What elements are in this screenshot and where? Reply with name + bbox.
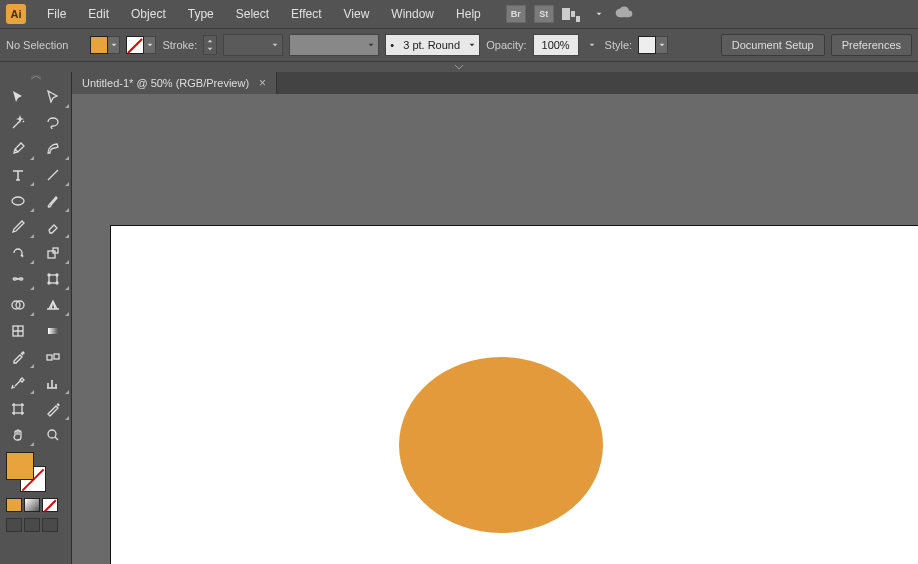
svg-rect-12 <box>47 355 52 360</box>
arrange-documents-icon[interactable] <box>562 6 584 22</box>
tool-zoom[interactable] <box>36 422 72 448</box>
brush-definition-dropdown[interactable] <box>289 34 379 56</box>
svg-rect-1 <box>48 251 55 258</box>
tool-perspective-grid[interactable] <box>36 292 72 318</box>
menu-bar: Ai File Edit Object Type Select Effect V… <box>0 0 918 28</box>
svg-point-15 <box>48 430 56 438</box>
stroke-swatch-dropdown[interactable] <box>126 36 156 54</box>
tool-type[interactable] <box>0 162 36 188</box>
menu-file[interactable]: File <box>38 3 75 25</box>
tool-symbol-sprayer[interactable] <box>0 370 36 396</box>
draw-behind-icon[interactable] <box>24 518 40 532</box>
tool-mesh[interactable] <box>0 318 36 344</box>
fill-swatch-dropdown[interactable] <box>90 36 120 54</box>
tool-blend[interactable] <box>36 344 72 370</box>
draw-inside-icon[interactable] <box>42 518 58 532</box>
document-area: Untitled-1* @ 50% (RGB/Preview) × <box>72 72 918 564</box>
selection-state-label: No Selection <box>6 39 68 51</box>
sync-settings-icon[interactable] <box>614 5 634 23</box>
tool-curvature[interactable] <box>36 136 72 162</box>
menu-select[interactable]: Select <box>227 3 278 25</box>
svg-point-0 <box>12 197 24 205</box>
stroke-weight-down-icon <box>204 45 216 53</box>
menu-effect[interactable]: Effect <box>282 3 330 25</box>
menu-type[interactable]: Type <box>179 3 223 25</box>
variable-width-profile-dropdown[interactable] <box>223 34 283 56</box>
stroke-weight-stepper[interactable] <box>203 35 217 55</box>
tools-panel-grip[interactable] <box>0 72 71 84</box>
arrange-dropdown-caret-icon[interactable] <box>592 3 606 25</box>
opacity-dropdown-caret-icon[interactable] <box>585 34 599 56</box>
stroke-label[interactable]: Stroke: <box>162 39 197 51</box>
svg-rect-3 <box>49 275 57 283</box>
menu-help[interactable]: Help <box>447 3 490 25</box>
tool-pencil[interactable] <box>0 214 36 240</box>
document-setup-button[interactable]: Document Setup <box>721 34 825 56</box>
tool-column-graph[interactable] <box>36 370 72 396</box>
menu-object[interactable]: Object <box>122 3 175 25</box>
svg-rect-11 <box>48 328 58 334</box>
menu-window[interactable]: Window <box>382 3 443 25</box>
opacity-input[interactable]: 100% <box>533 34 579 56</box>
tool-hand[interactable] <box>0 422 36 448</box>
brush-profile-value: 3 pt. Round <box>403 39 460 51</box>
canvas[interactable] <box>72 94 918 564</box>
document-tab-title: Untitled-1* @ 50% (RGB/Preview) <box>82 77 249 89</box>
color-controls <box>0 448 71 536</box>
tool-lasso[interactable] <box>36 110 72 136</box>
tool-scale[interactable] <box>36 240 72 266</box>
style-label: Style: <box>605 39 633 51</box>
ellipse-shape[interactable] <box>399 357 603 533</box>
tool-width[interactable] <box>0 266 36 292</box>
tool-slice[interactable] <box>36 396 72 422</box>
tool-paintbrush[interactable] <box>36 188 72 214</box>
preferences-button[interactable]: Preferences <box>831 34 912 56</box>
svg-rect-14 <box>14 405 22 413</box>
app-logo: Ai <box>6 4 26 24</box>
tool-selection[interactable] <box>0 84 36 110</box>
bridge-button[interactable]: Br <box>506 5 526 23</box>
opacity-value: 100% <box>542 39 570 51</box>
opacity-label: Opacity: <box>486 39 526 51</box>
stroke-dropdown-caret-icon <box>144 36 156 54</box>
stroke-weight-up-icon <box>204 37 216 45</box>
menu-edit[interactable]: Edit <box>79 3 118 25</box>
close-tab-icon[interactable]: × <box>259 76 266 90</box>
tool-artboard[interactable] <box>0 396 36 422</box>
profile-bullet-icon: • <box>390 39 394 51</box>
tool-eyedropper[interactable] <box>0 344 36 370</box>
document-tab[interactable]: Untitled-1* @ 50% (RGB/Preview) × <box>72 72 277 94</box>
fill-color-box[interactable] <box>6 452 34 480</box>
control-bar-handle[interactable] <box>0 62 918 72</box>
document-tab-strip: Untitled-1* @ 50% (RGB/Preview) × <box>72 72 918 94</box>
tool-shape-builder[interactable] <box>0 292 36 318</box>
tool-gradient[interactable] <box>36 318 72 344</box>
tool-ellipse[interactable] <box>0 188 36 214</box>
tool-eraser[interactable] <box>36 214 72 240</box>
svg-rect-13 <box>54 354 59 359</box>
graphic-style-caret-icon <box>656 36 668 54</box>
tool-rotate[interactable] <box>0 240 36 266</box>
stroke-swatch <box>126 36 144 54</box>
tool-pen[interactable] <box>0 136 36 162</box>
fill-stroke-indicator[interactable] <box>6 452 46 492</box>
stock-button[interactable]: St <box>534 5 554 23</box>
menu-view[interactable]: View <box>335 3 379 25</box>
tool-free-transform[interactable] <box>36 266 72 292</box>
draw-normal-icon[interactable] <box>6 518 22 532</box>
control-bar: No Selection Stroke: • 3 pt. Round Opaci… <box>0 28 918 62</box>
fill-swatch <box>90 36 108 54</box>
graphic-style-swatch <box>638 36 656 54</box>
tool-line-segment[interactable] <box>36 162 72 188</box>
brush-profile-dropdown[interactable]: • 3 pt. Round <box>385 34 480 56</box>
tools-panel <box>0 72 72 564</box>
fill-dropdown-caret-icon <box>108 36 120 54</box>
color-mode-none[interactable] <box>42 498 58 512</box>
color-mode-solid[interactable] <box>6 498 22 512</box>
tool-magic-wand[interactable] <box>0 110 36 136</box>
color-mode-gradient[interactable] <box>24 498 40 512</box>
graphic-style-dropdown[interactable] <box>638 36 668 54</box>
tool-direct-selection[interactable] <box>36 84 72 110</box>
